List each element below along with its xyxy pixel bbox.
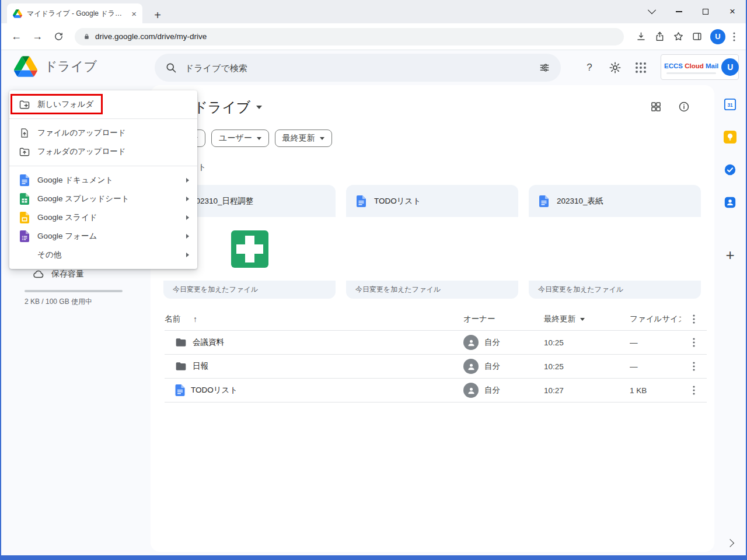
menu-item-google-docs[interactable]: Google ドキュメント: [9, 171, 197, 190]
menu-item-more[interactable]: その他: [9, 246, 197, 264]
menu-item-new-folder[interactable]: 新しいフォルダ: [9, 95, 197, 114]
view-controls: [650, 101, 690, 113]
modified-time: 10:27: [544, 386, 564, 395]
browser-menu-kebab-icon[interactable]: [733, 32, 735, 41]
drive-searchbar[interactable]: [155, 54, 561, 82]
owner-avatar: [463, 359, 479, 374]
table-row[interactable]: TODOリスト 自分 10:27 1 KB: [165, 379, 707, 402]
table-row[interactable]: 会議資料 自分 10:25 —: [165, 331, 707, 355]
side-panel-icon[interactable]: [692, 31, 703, 42]
modified-time: 10:25: [544, 338, 564, 347]
file-card-caption: 今日変更を加えたファイル: [163, 281, 336, 299]
tab-search-chevron-icon[interactable]: [638, 0, 665, 23]
filter-chip-people[interactable]: ユーザー: [211, 130, 269, 147]
info-icon[interactable]: [678, 101, 690, 113]
calendar-icon[interactable]: 31: [724, 98, 736, 111]
back-button[interactable]: ←: [7, 27, 26, 46]
menu-divider: [9, 118, 197, 119]
drive-profile-avatar[interactable]: U: [721, 58, 739, 76]
column-header-size[interactable]: ファイルサイズ: [630, 314, 681, 323]
contacts-icon[interactable]: [724, 196, 736, 209]
filter-chip-modified[interactable]: 最終更新: [275, 130, 332, 147]
url-bar[interactable]: drive.google.com/drive/my-drive: [75, 28, 624, 46]
drive-favicon: [13, 9, 22, 18]
menu-item-file-upload[interactable]: ファイルのアップロード: [9, 124, 197, 142]
help-icon[interactable]: ?: [582, 60, 597, 75]
storage-label: 保存容量: [51, 269, 84, 279]
submenu-arrow-icon: [186, 178, 189, 183]
window-controls: ×: [638, 0, 746, 23]
file-table: 名前 ↑ オーナー 最終更新 ファイルサイズ: [165, 308, 707, 402]
lock-icon: [83, 33, 90, 40]
keep-icon[interactable]: [724, 131, 736, 144]
row-options-kebab-icon[interactable]: [693, 386, 695, 395]
download-icon[interactable]: [636, 31, 647, 42]
table-header-row: 名前 ↑ オーナー 最終更新 ファイルサイズ: [165, 308, 707, 331]
sort-descending-icon: [580, 318, 585, 321]
menu-item-google-slides[interactable]: Google スライド: [9, 208, 197, 227]
column-header-name[interactable]: 名前: [165, 314, 180, 324]
menu-item-folder-upload[interactable]: フォルダのアップロード: [9, 142, 197, 161]
file-size: —: [630, 338, 638, 347]
tab-close-icon[interactable]: ×: [131, 9, 137, 18]
submenu-arrow-icon: [186, 234, 189, 239]
column-header-owner[interactable]: オーナー: [463, 314, 495, 324]
window-border: [0, 0, 1, 560]
column-header-modified[interactable]: 最終更新: [544, 314, 575, 324]
owner-name: 自分: [484, 361, 500, 372]
row-options-kebab-icon[interactable]: [693, 362, 695, 371]
file-card-thumbnail: [346, 217, 518, 281]
owner-avatar: [463, 383, 479, 398]
file-upload-icon: [19, 127, 30, 139]
search-options-tune-icon[interactable]: [539, 62, 550, 74]
submenu-arrow-icon: [186, 253, 189, 257]
browser-tab[interactable]: マイドライブ - Google ドライブ ×: [7, 4, 142, 23]
table-options-kebab-icon[interactable]: [693, 314, 695, 324]
docs-icon: [19, 174, 30, 186]
file-card-title: TODOリスト: [374, 196, 421, 206]
menu-item-google-sheets[interactable]: Google スプレッドシート: [9, 190, 197, 208]
folder-upload-icon: [19, 146, 30, 158]
slides-icon: [19, 212, 30, 223]
file-card[interactable]: 202310_表紙 今日変更を加えたファイル: [529, 185, 701, 299]
modified-time: 10:25: [544, 362, 564, 371]
workspace-side-rail: 31 +: [714, 85, 746, 555]
menu-item-google-forms[interactable]: Google フォーム: [9, 227, 197, 246]
file-card-caption: 今日変更を加えたファイル: [346, 281, 518, 299]
reload-button[interactable]: [49, 27, 68, 46]
maximize-button[interactable]: [692, 0, 719, 23]
drive-logo[interactable]: ドライブ: [14, 56, 97, 77]
minimize-button[interactable]: [665, 0, 692, 23]
account-badge[interactable]: ECCS Cloud Mail U: [661, 54, 739, 80]
file-card-title: 202310_表紙: [557, 196, 603, 206]
main-content: マイドライブ 種類 ユーザー 最終更新: [151, 85, 714, 552]
drive-app-name: ドライブ: [44, 58, 97, 75]
sort-ascending-icon[interactable]: ↑: [193, 314, 197, 324]
collapse-panel-chevron-icon[interactable]: [726, 539, 734, 547]
add-addon-plus-icon[interactable]: +: [725, 246, 734, 264]
close-button[interactable]: ×: [719, 0, 746, 23]
menu-divider: [9, 166, 197, 166]
google-apps-grid-icon[interactable]: [633, 60, 648, 75]
file-card[interactable]: TODOリスト 今日変更を加えたファイル: [346, 185, 518, 299]
sidebar-item-storage[interactable]: 保存容量: [33, 268, 84, 280]
grid-view-toggle-icon[interactable]: [650, 101, 662, 113]
bookmark-star-icon[interactable]: [673, 31, 684, 42]
new-dropdown-menu: 新しいフォルダ ファイルのアップロード フォルダのアップロード Google ド…: [9, 90, 197, 269]
file-card-title: 202310_日程調整: [191, 196, 254, 206]
tasks-icon[interactable]: [724, 163, 736, 176]
browser-profile-avatar[interactable]: U: [710, 29, 725, 44]
search-input[interactable]: [184, 62, 532, 74]
settings-gear-icon[interactable]: [608, 60, 623, 75]
file-name: 日報: [193, 361, 208, 372]
file-size: —: [630, 362, 638, 371]
new-tab-button[interactable]: +: [149, 7, 166, 23]
forward-button[interactable]: →: [28, 27, 47, 46]
row-options-kebab-icon[interactable]: [693, 338, 695, 347]
table-row[interactable]: 日報 自分 10:25 —: [165, 355, 707, 379]
account-badge-text: ECCS Cloud Mail: [664, 60, 718, 74]
drive-header-icons: ?: [582, 60, 648, 75]
sheets-icon: [19, 193, 30, 205]
share-icon[interactable]: [654, 31, 665, 42]
browser-window: マイドライブ - Google ドライブ × + × ← → drive.goo…: [0, 0, 747, 560]
